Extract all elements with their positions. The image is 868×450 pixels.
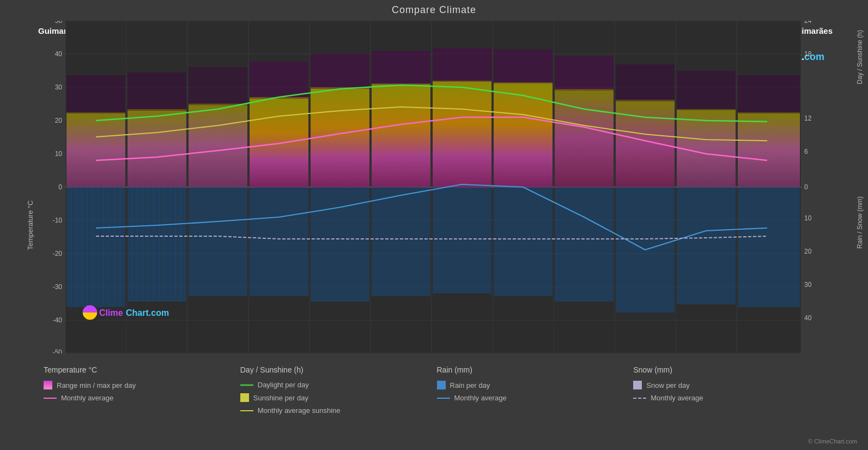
svg-rect-74	[250, 62, 308, 99]
svg-rect-25	[66, 187, 125, 307]
svg-rect-80	[616, 64, 675, 101]
legend-item-temp-avg: Monthly average	[44, 394, 235, 402]
rain-avg-label: Monthly average	[454, 394, 507, 402]
snow-avg-label: Monthly average	[651, 394, 703, 402]
svg-text:20: 20	[55, 117, 63, 124]
legend-item-sunshine-rect: Sunshine per day	[240, 393, 432, 402]
temp-range-label: Range min / max per day	[57, 381, 136, 389]
svg-rect-68	[616, 100, 675, 187]
sunshine-avg-line-icon	[240, 410, 253, 412]
svg-rect-31	[433, 187, 491, 293]
svg-text:-20: -20	[53, 250, 63, 257]
svg-text:24: 24	[804, 21, 812, 25]
svg-text:40: 40	[804, 314, 812, 322]
copyright-text: © ClimeChart.com	[808, 438, 857, 445]
svg-rect-78	[494, 50, 553, 83]
svg-text:-10: -10	[53, 217, 63, 224]
svg-text:10: 10	[55, 150, 63, 158]
svg-rect-66	[494, 82, 553, 187]
svg-rect-121	[240, 393, 249, 402]
chart-title: Compare Climate	[0, 0, 868, 16]
snow-avg-line-icon	[633, 397, 646, 399]
legend-col-sunshine: Day / Sunshine (h) Daylight per day Suns…	[240, 365, 432, 445]
svg-rect-32	[494, 187, 553, 296]
right-axis-bottom-label: Rain / Snow (mm)	[856, 196, 864, 249]
svg-rect-35	[677, 187, 736, 304]
legend-item-rain-rect: Rain per day	[437, 381, 628, 389]
svg-text:0: 0	[58, 183, 62, 191]
legend-item-rain-avg: Monthly average	[437, 394, 628, 402]
rain-rect-label: Rain per day	[450, 381, 490, 389]
svg-rect-118	[44, 381, 52, 389]
temp-range-icon	[44, 381, 52, 389]
right-axis-top-label: Day / Sunshine (h)	[856, 30, 864, 84]
svg-rect-26	[128, 187, 186, 302]
svg-text:Chart.com: Chart.com	[126, 308, 169, 317]
legend-col-rain: Rain (mm) Rain per day Monthly average	[437, 365, 628, 445]
svg-rect-75	[311, 53, 369, 89]
svg-text:12: 12	[804, 115, 812, 122]
sunshine-rect-icon	[240, 393, 249, 402]
svg-text:50: 50	[55, 21, 63, 25]
svg-rect-82	[738, 75, 800, 113]
svg-text:18: 18	[804, 50, 812, 58]
svg-text:Clime: Clime	[99, 308, 123, 317]
svg-text:40: 40	[55, 50, 63, 58]
svg-rect-33	[555, 187, 614, 302]
svg-rect-65	[433, 81, 491, 187]
svg-text:-50: -50	[53, 349, 63, 353]
svg-rect-123	[437, 381, 446, 389]
main-chart-svg: 50 40 30 20 10 0 -10 -20 -30 -40 -50 24 …	[33, 21, 834, 353]
rain-rect-icon	[437, 381, 446, 389]
svg-text:10: 10	[804, 214, 812, 222]
legend-col-snow: Snow (mm) Snow per day Monthly average	[633, 365, 824, 445]
svg-rect-79	[555, 56, 614, 91]
svg-rect-81	[677, 71, 736, 110]
svg-rect-30	[372, 187, 430, 296]
svg-rect-73	[189, 67, 247, 105]
legend-item-snow-rect: Snow per day	[633, 381, 824, 389]
temp-avg-label: Monthly average	[61, 394, 113, 402]
svg-rect-27	[189, 187, 247, 296]
legend-title-temp: Temperature °C	[44, 365, 235, 374]
svg-rect-59	[66, 112, 125, 187]
svg-rect-125	[633, 381, 642, 389]
svg-rect-77	[433, 48, 491, 82]
legend-title-rain: Rain (mm)	[437, 365, 628, 374]
svg-text:30: 30	[804, 281, 812, 289]
svg-rect-70	[738, 112, 800, 187]
daylight-line-icon	[240, 384, 253, 386]
legend-item-sunshine-avg: Monthly average sunshine	[240, 406, 432, 415]
rain-avg-line-icon	[437, 397, 450, 399]
svg-rect-71	[66, 75, 125, 113]
legend-title-snow: Snow (mm)	[633, 365, 824, 374]
svg-rect-67	[555, 89, 614, 187]
svg-rect-62	[250, 97, 308, 187]
legend-title-sunshine: Day / Sunshine (h)	[240, 365, 432, 374]
snow-rect-label: Snow per day	[646, 381, 690, 389]
sunshine-avg-label: Monthly average sunshine	[258, 406, 341, 415]
legend-col-temperature: Temperature °C Range min / max per day	[44, 365, 235, 445]
legend-item-snow-avg: Monthly average	[633, 394, 824, 402]
svg-text:-30: -30	[53, 283, 63, 291]
svg-rect-72	[128, 73, 186, 111]
svg-rect-76	[372, 51, 430, 85]
svg-text:6: 6	[804, 148, 808, 155]
svg-rect-28	[250, 187, 308, 296]
svg-text:-40: -40	[53, 316, 63, 324]
legend-item-temp-range: Range min / max per day	[44, 381, 235, 389]
svg-rect-64	[372, 83, 430, 187]
sunshine-rect-label: Sunshine per day	[253, 394, 308, 402]
svg-text:0: 0	[804, 183, 808, 191]
svg-rect-60	[128, 109, 186, 187]
page-container: Compare Climate Guimarães Guimarães Clim…	[0, 0, 868, 450]
daylight-label: Daylight per day	[258, 381, 309, 389]
svg-text:30: 30	[55, 83, 63, 91]
svg-text:20: 20	[804, 248, 812, 255]
legend-item-daylight: Daylight per day	[240, 381, 432, 389]
svg-rect-29	[311, 187, 369, 302]
legend-area: Temperature °C Range min / max per day	[0, 355, 868, 450]
svg-rect-61	[189, 104, 247, 187]
snow-rect-icon	[633, 381, 642, 389]
svg-rect-36	[738, 187, 800, 307]
